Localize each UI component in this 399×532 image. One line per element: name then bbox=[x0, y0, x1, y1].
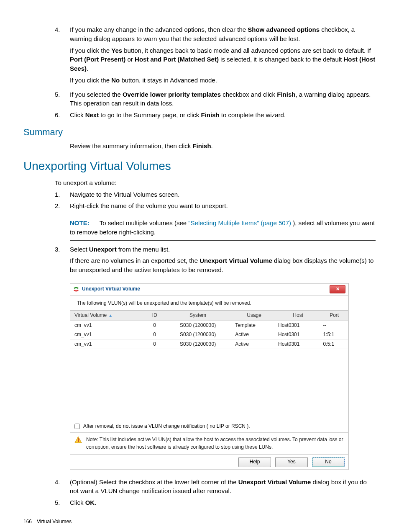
text: . bbox=[211, 142, 213, 149]
bold-text: Override lower priority templates bbox=[123, 91, 221, 98]
summary-heading: Summary bbox=[23, 126, 376, 139]
no-notification-checkbox[interactable] bbox=[74, 424, 80, 429]
text: button, it changes back to basic mode an… bbox=[122, 47, 371, 54]
table-row[interactable]: cm_vv1 0 S030 (1200030) Active Host0301 … bbox=[70, 339, 348, 349]
cell-port: 1:5:1 bbox=[320, 330, 348, 339]
cell-vv: cm_vv1 bbox=[70, 330, 146, 339]
table-row[interactable]: cm_vv1 0 S030 (1200030) Template Host030… bbox=[70, 321, 348, 330]
text: If you click the bbox=[70, 77, 111, 84]
text: Navigate to the Virtual Volumes screen. bbox=[70, 190, 376, 199]
col-header-host[interactable]: Host bbox=[276, 311, 320, 321]
bold-text: Next bbox=[85, 111, 99, 118]
text: To select multiple volumes (see bbox=[100, 219, 189, 226]
col-header-virtual-volume[interactable]: Virtual Volume▲ bbox=[70, 311, 146, 321]
list-item: 2. Right-click the name of the volume yo… bbox=[23, 201, 376, 211]
cross-reference-link[interactable]: "Selecting Multiple Items" (page 507) bbox=[188, 219, 291, 226]
section-heading: Unexporting Virtual Volumes bbox=[23, 158, 376, 175]
col-header-system[interactable]: System bbox=[163, 311, 233, 321]
col-header-port[interactable]: Port bbox=[320, 311, 348, 321]
bold-text: Finish bbox=[192, 142, 211, 149]
list-item: 3. Select Unexport from the menu list. I… bbox=[23, 245, 376, 277]
cell-id: 0 bbox=[146, 321, 163, 330]
text: . bbox=[95, 499, 96, 506]
cell-usage: Active bbox=[233, 330, 276, 339]
table-empty-space bbox=[70, 349, 348, 420]
list-number: 1. bbox=[23, 190, 70, 199]
table-row[interactable]: cm_vv1 0 S030 (1200030) Active Host0301 … bbox=[70, 330, 348, 339]
dialog-button-row: Help Yes No bbox=[70, 454, 348, 469]
vlun-table: Virtual Volume▲ ID System Usage Host Por… bbox=[70, 310, 348, 349]
bold-text: OK bbox=[85, 499, 95, 506]
text: If you click the bbox=[70, 47, 111, 54]
unexport-dialog: Unexport Virtual Volume ✕ The following … bbox=[70, 283, 348, 470]
text: . bbox=[87, 65, 88, 72]
text: If you make any change in the advanced o… bbox=[70, 26, 248, 33]
cell-host: Host0301 bbox=[276, 339, 320, 349]
no-button[interactable]: No bbox=[312, 457, 345, 467]
dialog-message: The following VLUN(s) will be unexported… bbox=[70, 296, 348, 310]
list-item: 4. If you make any change in the advance… bbox=[23, 25, 376, 87]
warning-text: Note: This list includes active VLUN(s) … bbox=[86, 436, 344, 451]
bold-text: Unexport bbox=[89, 246, 117, 253]
close-icon: ✕ bbox=[336, 286, 340, 293]
list-number: 5. bbox=[23, 498, 70, 507]
warning-icon bbox=[74, 436, 82, 446]
bold-text: Host and Port (Matched Set) bbox=[135, 56, 219, 63]
warning-row: Note: This list includes active VLUN(s) … bbox=[70, 432, 348, 454]
cell-system: S030 (1200030) bbox=[163, 339, 233, 349]
bold-text: Unexport Virtual Volume bbox=[238, 478, 311, 486]
dialog-title: Unexport Virtual Volume bbox=[82, 285, 140, 293]
intro-text: To unexport a volume: bbox=[23, 178, 376, 188]
text: is selected, it is changed back to the d… bbox=[219, 56, 344, 63]
text: If there are no volumes in an exported s… bbox=[70, 257, 200, 264]
close-button[interactable]: ✕ bbox=[330, 285, 345, 293]
bold-text: Unexport Virtual Volume bbox=[200, 257, 272, 264]
text: from the menu list. bbox=[117, 246, 170, 253]
bold-text: No bbox=[111, 77, 120, 84]
note-label: NOTE: bbox=[70, 219, 90, 226]
checkbox-label: After removal, do not issue a VLUN chang… bbox=[83, 423, 250, 430]
page-number: 166 bbox=[23, 519, 32, 524]
text: to complete the wizard. bbox=[220, 111, 286, 118]
bold-text: Finish bbox=[277, 91, 295, 98]
dialog-title-bar: Unexport Virtual Volume ✕ bbox=[70, 283, 348, 296]
bold-text: Show advanced options bbox=[248, 26, 320, 33]
list-item: 5. If you selected the Override lower pr… bbox=[23, 90, 376, 108]
text: (Optional) Select the checkbox at the lo… bbox=[70, 478, 238, 486]
cell-vv: cm_vv1 bbox=[70, 339, 146, 349]
cell-vv: cm_vv1 bbox=[70, 321, 146, 330]
list-number: 6. bbox=[23, 111, 70, 120]
list-number: 5. bbox=[23, 90, 70, 108]
text: checkbox and click bbox=[221, 91, 277, 98]
text: to go to the Summary page, or click bbox=[99, 111, 201, 118]
list-item: 6. Click Next to go to the Summary page,… bbox=[23, 111, 376, 120]
col-header-usage[interactable]: Usage bbox=[233, 311, 276, 321]
bold-text: Port (Port Present) bbox=[70, 56, 125, 63]
list-number: 2. bbox=[23, 201, 70, 211]
bold-text: Finish bbox=[201, 111, 219, 118]
text: Click bbox=[70, 499, 85, 506]
list-number: 4. bbox=[23, 25, 70, 87]
cell-system: S030 (1200030) bbox=[163, 321, 233, 330]
col-header-id[interactable]: ID bbox=[146, 311, 163, 321]
cell-host: Host0301 bbox=[276, 330, 320, 339]
cell-id: 0 bbox=[146, 330, 163, 339]
list-item: 1. Navigate to the Virtual Volumes scree… bbox=[23, 190, 376, 199]
list-number: 4. bbox=[23, 478, 70, 496]
text: or bbox=[125, 56, 135, 63]
cell-usage: Template bbox=[233, 321, 276, 330]
note-box: NOTE:To select multiple volumes (see "Se… bbox=[70, 215, 376, 241]
help-button[interactable]: Help bbox=[238, 457, 271, 467]
text: Review the summary information, then cli… bbox=[70, 142, 192, 149]
sort-ascending-icon: ▲ bbox=[108, 313, 113, 318]
footer-section: Virtual Volumes bbox=[37, 519, 72, 524]
cell-usage: Active bbox=[233, 339, 276, 349]
cell-host: Host0301 bbox=[276, 321, 320, 330]
yes-button[interactable]: Yes bbox=[275, 457, 308, 467]
page-footer: 166Virtual Volumes bbox=[23, 518, 376, 525]
list-item: 5. Click OK. bbox=[23, 498, 376, 507]
cell-id: 0 bbox=[146, 339, 163, 349]
svg-rect-2 bbox=[78, 441, 79, 442]
text: Click bbox=[70, 111, 85, 118]
cell-port: 0:5:1 bbox=[320, 339, 348, 349]
